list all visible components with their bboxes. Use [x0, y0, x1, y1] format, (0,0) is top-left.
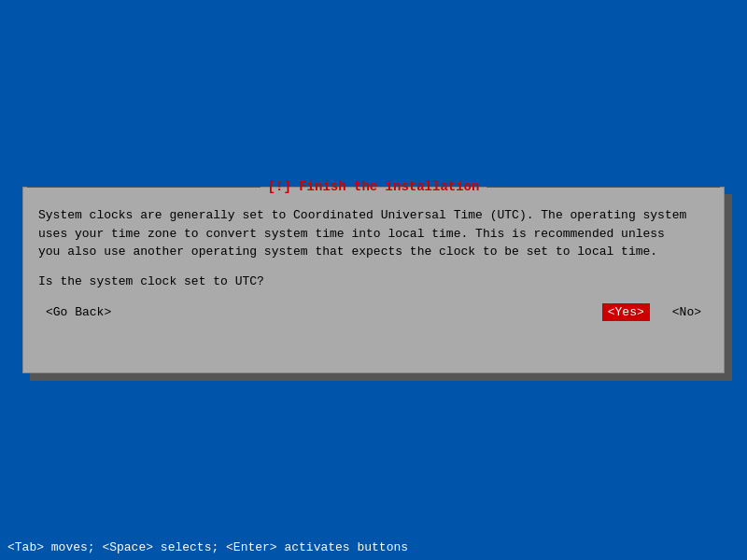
question-text: Is the system clock set to UTC?	[38, 274, 709, 288]
status-bar: <Tab> moves; <Space> selects; <Enter> ac…	[0, 534, 747, 560]
dialog-content: System clocks are generally set to Coord…	[23, 188, 724, 336]
status-text: <Tab> moves; <Space> selects; <Enter> ac…	[7, 540, 408, 554]
no-button[interactable]: <No>	[669, 303, 705, 321]
dialog-title-bar: [!] Finish the installation	[23, 178, 724, 195]
dialog: [!] Finish the installation System clock…	[22, 187, 725, 373]
title-line-right	[486, 187, 720, 188]
screen: [!] Finish the installation System clock…	[0, 0, 747, 560]
right-buttons: <Yes> <No>	[602, 303, 705, 321]
buttons-row: <Go Back> <Yes> <No>	[38, 303, 709, 321]
yes-button[interactable]: <Yes>	[602, 303, 650, 321]
title-line-left	[27, 187, 261, 188]
go-back-button[interactable]: <Go Back>	[42, 303, 115, 321]
dialog-title: [!] Finish the installation	[264, 179, 484, 194]
description-text: System clocks are generally set to Coord…	[38, 206, 709, 261]
